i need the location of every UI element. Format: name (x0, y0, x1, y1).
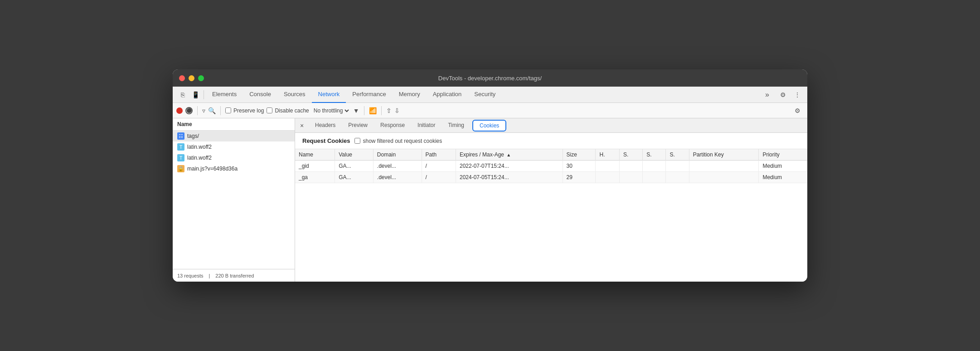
more-tabs-icon[interactable]: » (762, 91, 773, 99)
sidebar-item-tags[interactable]: ☷ tags/ (173, 131, 295, 141)
block-icon[interactable]: ⚫ (185, 107, 193, 114)
col-s1[interactable]: S. (619, 149, 642, 161)
col-priority[interactable]: Priority (759, 149, 807, 161)
col-expires[interactable]: Expires / Max-Age ▲ (456, 149, 563, 161)
upload-icon[interactable]: ⇧ (386, 107, 392, 114)
cell-partition-key (689, 172, 759, 183)
panel-tab-preview[interactable]: Preview (342, 118, 374, 133)
cell-priority: Medium (759, 161, 807, 172)
col-s3[interactable]: S. (666, 149, 689, 161)
main-content: Name ☷ tags/ T latin.woff2 T latin.woff2… (173, 118, 807, 282)
table-row[interactable]: _gid GA... .devel... / 2022-07-07T15:24.… (295, 161, 807, 172)
tab-performance[interactable]: Performance (346, 87, 392, 103)
col-size[interactable]: Size (563, 149, 596, 161)
col-h[interactable]: H. (596, 149, 619, 161)
divider (364, 106, 364, 115)
search-icon[interactable]: 🔍 (208, 107, 216, 114)
panel-tab-response[interactable]: Response (374, 118, 411, 133)
status-bar: 13 requests | 220 B transferred (173, 269, 295, 282)
panel-tabs: × Headers Preview Response Initiator Tim… (295, 118, 807, 133)
preserve-log-label[interactable]: Preserve log (225, 107, 264, 114)
cursor-icon[interactable]: ⎘ (176, 88, 189, 101)
network-toolbar: ⚫ ▿ 🔍 Preserve log Disable cache No thro… (173, 103, 807, 118)
cookies-data-table: Name Value Domain Path Expires / Max-Age… (295, 149, 807, 183)
divider (220, 106, 221, 115)
tab-network[interactable]: Network (312, 87, 346, 103)
transferred-size: 220 B transferred (215, 273, 254, 278)
wifi-icon: 📶 (369, 107, 377, 114)
panel-tab-initiator[interactable]: Initiator (411, 118, 441, 133)
settings-icon[interactable]: ⚙ (776, 88, 789, 101)
download-icon[interactable]: ⇩ (394, 107, 400, 114)
panel-tab-cookies[interactable]: Cookies (472, 120, 506, 132)
disable-cache-checkbox[interactable] (267, 107, 272, 113)
minimize-button[interactable] (189, 75, 194, 81)
cell-domain: .devel... (373, 172, 422, 183)
col-s2[interactable]: S. (643, 149, 666, 161)
cell-size: 29 (563, 172, 596, 183)
cell-path: / (422, 161, 456, 172)
doc-icon: ☷ (177, 132, 184, 140)
divider (204, 90, 204, 99)
cell-expires: 2022-07-07T15:24... (456, 161, 563, 172)
cell-name: _ga (295, 172, 335, 183)
network-settings-icon[interactable]: ⚙ (791, 104, 804, 117)
filter-icon[interactable]: ▿ (202, 107, 205, 114)
cell-s1 (619, 172, 642, 183)
tab-memory[interactable]: Memory (393, 87, 427, 103)
divider (197, 106, 198, 115)
window-title: DevTools - developer.chrome.com/tags/ (438, 75, 542, 82)
cookies-panel: Request Cookies show filtered out reques… (295, 133, 807, 282)
sidebar-item-latin2[interactable]: T latin.woff2 (173, 152, 295, 163)
cell-partition-key (689, 161, 759, 172)
cookies-table: Name Value Domain Path Expires / Max-Age… (295, 149, 807, 282)
col-domain[interactable]: Domain (373, 149, 422, 161)
more-options-icon[interactable]: ⋮ (791, 88, 804, 101)
maximize-button[interactable] (198, 75, 204, 81)
divider-pipe: | (209, 273, 210, 278)
disable-cache-label[interactable]: Disable cache (267, 107, 309, 114)
close-button[interactable] (179, 75, 185, 81)
record-button[interactable] (176, 107, 183, 114)
cell-value: GA... (335, 161, 374, 172)
preserve-log-checkbox[interactable] (225, 107, 231, 113)
tab-console[interactable]: Console (243, 87, 277, 103)
tab-application[interactable]: Application (427, 87, 468, 103)
sidebar-header: Name (173, 118, 295, 131)
cell-domain: .devel... (373, 161, 422, 172)
cookies-title: Request Cookies (302, 137, 350, 144)
table-row[interactable]: _ga GA... .devel... / 2024-07-05T15:24..… (295, 172, 807, 183)
right-panel: × Headers Preview Response Initiator Tim… (295, 118, 807, 282)
close-panel-icon[interactable]: × (295, 122, 309, 129)
throttle-arrow-icon[interactable]: ▼ (353, 107, 359, 114)
sidebar: Name ☷ tags/ T latin.woff2 T latin.woff2… (173, 118, 295, 282)
cell-h (596, 172, 619, 183)
show-filtered-label[interactable]: show filtered out request cookies (354, 138, 442, 144)
font-icon-yellow: 🔒 (177, 165, 184, 172)
col-partition-key[interactable]: Partition Key (689, 149, 759, 161)
title-bar: DevTools - developer.chrome.com/tags/ (173, 69, 807, 87)
cell-s2 (643, 172, 666, 183)
col-value[interactable]: Value (335, 149, 374, 161)
sidebar-item-mainjs[interactable]: 🔒 main.js?v=6498d36a (173, 163, 295, 174)
throttle-select[interactable]: No throttling (312, 107, 350, 114)
tab-security[interactable]: Security (468, 87, 502, 103)
tab-elements[interactable]: Elements (206, 87, 243, 103)
divider (381, 106, 382, 115)
cell-s1 (619, 161, 642, 172)
devtools-tabs: ⎘ 📱 Elements Console Sources Network Per… (173, 87, 807, 103)
font-icon-blue: T (177, 143, 184, 151)
tab-sources[interactable]: Sources (277, 87, 312, 103)
panel-tab-headers[interactable]: Headers (309, 118, 342, 133)
traffic-lights (179, 75, 204, 81)
cell-name: _gid (295, 161, 335, 172)
requests-count: 13 requests (177, 273, 203, 278)
cell-expires: 2024-07-05T15:24... (456, 172, 563, 183)
col-path[interactable]: Path (422, 149, 456, 161)
device-icon[interactable]: 📱 (189, 88, 202, 101)
panel-tab-timing[interactable]: Timing (441, 118, 471, 133)
cell-path: / (422, 172, 456, 183)
show-filtered-checkbox[interactable] (354, 138, 360, 144)
col-name[interactable]: Name (295, 149, 335, 161)
sidebar-item-latin1[interactable]: T latin.woff2 (173, 141, 295, 152)
